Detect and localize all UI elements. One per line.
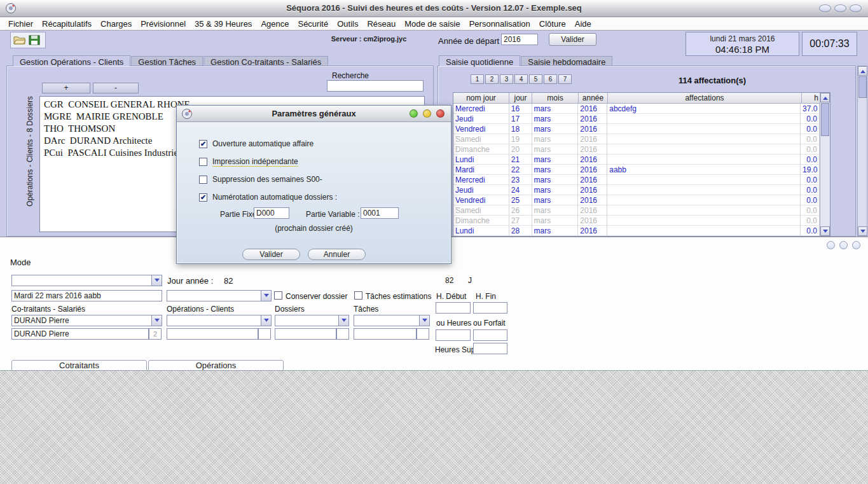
checkbox-suppression-des-semaines-s00[interactable]: [199, 176, 207, 184]
menu-item-recapitulatifs[interactable]: Récapitulatifs: [38, 18, 96, 30]
cotraitant-spinner[interactable]: 2: [149, 328, 162, 340]
window-scroll-up-button[interactable]: [858, 66, 867, 76]
table-row[interactable]: Lundi28mars20160.0: [453, 226, 820, 236]
menu-item-previsionnel[interactable]: Prévisionnel: [136, 18, 190, 30]
menu-item-securite[interactable]: Sécurité: [293, 18, 333, 30]
tab-saisie-quotidienne[interactable]: Saisie quotidienne: [439, 55, 520, 66]
window-scrollbar[interactable]: [857, 66, 867, 237]
dialog-minimize-button[interactable]: [410, 109, 418, 118]
table-row[interactable]: Mardi22mars2016aabb19.0: [453, 165, 820, 175]
checkbox-ouverture-automatique-affaire[interactable]: [199, 140, 207, 148]
mode-menu-label[interactable]: Mode: [10, 258, 31, 267]
selected-day-field[interactable]: [11, 290, 162, 301]
page-button-6[interactable]: 6: [544, 74, 557, 84]
menu-item-personnalisation[interactable]: Personnalisation: [465, 18, 535, 30]
scrollbar-thumb[interactable]: [821, 103, 829, 136]
ou-heures-input[interactable]: [436, 329, 471, 341]
save-file-icon[interactable]: [29, 35, 40, 45]
validate-year-button[interactable]: Valider: [549, 33, 596, 46]
scroll-down-button[interactable]: [820, 226, 830, 236]
table-scrollbar[interactable]: [820, 93, 830, 236]
page-button-3[interactable]: 3: [500, 74, 513, 84]
dossier-spinner[interactable]: [336, 328, 349, 340]
chevron-down-icon[interactable]: [338, 315, 348, 326]
cotraitant-combo[interactable]: DURAND Pierre: [11, 315, 162, 326]
ou-forfait-input[interactable]: [473, 329, 507, 341]
table-row[interactable]: Lundi21mars20160.0: [453, 155, 820, 165]
tache-spinner[interactable]: [417, 328, 429, 340]
page-button-4[interactable]: 4: [514, 74, 528, 84]
mode-minimize-button[interactable]: [827, 241, 835, 249]
window-minimize-button[interactable]: [819, 4, 831, 12]
open-file-icon[interactable]: [13, 35, 26, 45]
tache-combo[interactable]: [354, 315, 430, 326]
menu-item-aide[interactable]: Aide: [570, 18, 596, 30]
dialog-cancel-button[interactable]: Annuler: [308, 249, 366, 260]
operation-combo[interactable]: [167, 315, 272, 326]
menu-item-fichier[interactable]: Fichier: [4, 18, 38, 30]
page-button-1[interactable]: 1: [471, 74, 484, 84]
mode-main-combo[interactable]: [11, 275, 162, 286]
search-input[interactable]: [327, 80, 424, 92]
window-scrollbar-thumb[interactable]: [858, 76, 867, 98]
menu-item-cloture[interactable]: Clôture: [535, 18, 570, 30]
menu-item-mode-de-saisie[interactable]: Mode de saisie: [400, 18, 464, 30]
cotraitant-field[interactable]: [11, 328, 149, 340]
remove-dossier-button[interactable]: -: [93, 83, 139, 93]
h-debut-input[interactable]: [436, 302, 471, 314]
tab-saisie-hebdomadaire[interactable]: Saisie hebdomadaire: [521, 56, 612, 66]
window-close-button[interactable]: [850, 4, 862, 12]
tab-gestion-taches[interactable]: Gestion Tâches: [131, 56, 203, 66]
dialog-validate-button[interactable]: Valider: [242, 249, 300, 260]
table-row[interactable]: Vendredi18mars20160.0: [453, 124, 820, 134]
taches-estimations-checkbox[interactable]: [354, 291, 362, 300]
table-row[interactable]: Vendredi25mars20160.0: [453, 195, 820, 205]
scroll-up-button[interactable]: [820, 93, 830, 102]
tab-gestion-operations-clients[interactable]: Gestion Opérations - Clients: [13, 55, 130, 66]
table-row[interactable]: Samedi19mars20160.0: [453, 134, 820, 144]
chevron-down-icon[interactable]: [151, 275, 162, 286]
h-fin-input[interactable]: [473, 302, 507, 314]
menu-item-charges[interactable]: Charges: [96, 18, 136, 30]
chevron-down-icon[interactable]: [261, 291, 271, 301]
table-row[interactable]: Jeudi24mars20160.0: [453, 185, 820, 195]
chevron-down-icon[interactable]: [151, 315, 162, 326]
dossier-combo[interactable]: [275, 315, 349, 326]
operation-spinner[interactable]: [258, 328, 271, 340]
menu-item-agence[interactable]: Agence: [256, 18, 293, 30]
add-dossier-button[interactable]: +: [42, 83, 90, 93]
menu-item-outils[interactable]: Outils: [333, 18, 362, 30]
heures-sup-input[interactable]: [473, 343, 507, 354]
chevron-down-icon[interactable]: [261, 315, 271, 326]
menu-item-reseau[interactable]: Réseau: [362, 18, 400, 30]
mode-maximize-button[interactable]: [839, 241, 848, 249]
window-scroll-down-button[interactable]: [858, 226, 867, 236]
operation-combo-top[interactable]: [167, 290, 272, 301]
partie-fixe-input[interactable]: [254, 207, 289, 219]
checkbox-numerotation-automatique-dossiers[interactable]: [199, 193, 207, 202]
tache-field[interactable]: [354, 328, 417, 340]
operation-field[interactable]: [167, 328, 258, 340]
page-button-7[interactable]: 7: [558, 74, 572, 84]
table-row[interactable]: Dimanche20mars20160.0: [453, 144, 820, 155]
mode-tab-operations[interactable]: Opérations: [148, 360, 284, 371]
table-row[interactable]: Mercredi23mars20160.0: [453, 175, 820, 185]
mode-tab-cotraitants[interactable]: Cotraitants: [11, 360, 147, 371]
dialog-maximize-button[interactable]: [423, 109, 431, 118]
table-row[interactable]: Mercredi16mars2016abcdefg37.0: [453, 104, 820, 114]
page-button-5[interactable]: 5: [529, 74, 542, 84]
conserver-dossier-checkbox[interactable]: [274, 291, 282, 300]
table-row[interactable]: Dimanche27mars20160.0: [453, 216, 820, 226]
mode-close-button[interactable]: [852, 241, 860, 249]
partie-variable-input[interactable]: [361, 207, 399, 219]
checkbox-impression-independante[interactable]: [199, 158, 207, 166]
page-button-2[interactable]: 2: [485, 74, 499, 84]
year-start-input[interactable]: [501, 34, 538, 45]
menu-item-35-39-heures[interactable]: 35 & 39 Heures: [190, 18, 256, 30]
chevron-down-icon[interactable]: [419, 315, 429, 326]
dossier-field[interactable]: [275, 328, 336, 340]
table-row[interactable]: Samedi26mars20160.0: [453, 205, 820, 216]
tab-gestion-co-traitants-salaries[interactable]: Gestion Co-traitants - Salariés: [203, 56, 328, 66]
window-maximize-button[interactable]: [834, 4, 846, 12]
table-row[interactable]: Jeudi17mars20160.0: [453, 114, 820, 124]
